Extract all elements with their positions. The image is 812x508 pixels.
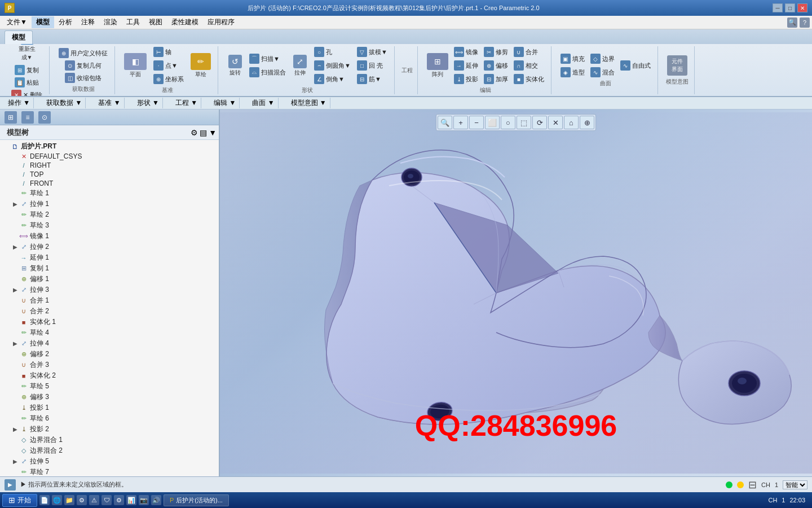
tree-settings-icon[interactable]: ⚙ xyxy=(191,128,198,137)
btn-freeform[interactable]: ∿混合 xyxy=(588,66,617,78)
tree-item[interactable]: →延伸 1 xyxy=(0,252,219,263)
action-getdata[interactable]: 获取数据 ▼ xyxy=(43,98,86,108)
tree-item[interactable]: ✏草绘 6 xyxy=(0,413,219,424)
btn-blend-bound[interactable]: ◇边界 xyxy=(588,52,617,65)
btn-hole[interactable]: ○孔 xyxy=(312,46,353,58)
tree-item[interactable]: ◇边界混合 2 xyxy=(0,445,219,456)
taskbar-icon-2[interactable]: 🌐 xyxy=(52,495,62,505)
restore-button[interactable]: □ xyxy=(785,3,795,12)
action-shape[interactable]: 形状 ▼ xyxy=(134,98,163,108)
btn-regenerate[interactable]: ⟳ 重新生 成▼ xyxy=(16,44,38,63)
btn-offset[interactable]: ⊕偏移 xyxy=(482,59,510,72)
tree-expand-btn[interactable]: ▶ xyxy=(11,287,19,293)
minimize-button[interactable]: ─ xyxy=(773,3,783,12)
taskbar-icon-5[interactable]: ⚠ xyxy=(89,495,99,505)
btn-mirror[interactable]: ⟺镜像 xyxy=(452,46,480,58)
btn-array[interactable]: ⊞ 阵列 xyxy=(425,52,451,80)
menu-flex[interactable]: 柔性建模 xyxy=(167,16,203,28)
btn-merge[interactable]: ∪合并 xyxy=(511,46,546,58)
action-modelintent[interactable]: 模型意图 ▼ xyxy=(288,98,330,108)
action-eng[interactable]: 工程 ▼ xyxy=(172,98,201,108)
btn-blend-sweep[interactable]: ⌓扫描混合 xyxy=(247,66,288,78)
taskbar-icon-8[interactable]: 📊 xyxy=(126,495,136,505)
btn-style[interactable]: ◈造型 xyxy=(558,66,587,78)
panel-icon-layers[interactable]: ≡ xyxy=(21,111,34,124)
vp-zoom-in[interactable]: 🔍 xyxy=(438,116,452,129)
tree-item[interactable]: ▶⤢拉伸 2 xyxy=(0,242,219,252)
tree-item[interactable]: ■实体化 1 xyxy=(0,317,219,327)
tree-item[interactable]: /FRONT xyxy=(0,179,219,188)
taskbar-icon-3[interactable]: 📁 xyxy=(64,495,74,505)
tree-item[interactable]: ∪合并 3 xyxy=(0,360,219,370)
tree-item[interactable]: ▶⤢拉伸 5 xyxy=(0,456,219,467)
close-button[interactable]: ✕ xyxy=(797,3,807,12)
3d-viewport[interactable]: 🔍 + − ⬜ ○ ⬚ ⟳ ✕ ⌂ ⊕ xyxy=(220,110,812,476)
tree-item[interactable]: ▶⤢拉伸 3 xyxy=(0,284,219,295)
tree-item[interactable]: ■实体化 2 xyxy=(0,370,219,381)
taskbar-icon-1[interactable]: 📄 xyxy=(39,495,50,505)
menu-model[interactable]: 模型 xyxy=(32,16,54,28)
tree-item[interactable]: ▶⤢拉伸 4 xyxy=(0,338,219,349)
btn-copy[interactable]: ⊞ 复制 xyxy=(12,64,41,76)
btn-sketch-datum[interactable]: ✏ 草绘 xyxy=(188,52,213,80)
tree-item[interactable]: ✏草绘 5 xyxy=(0,381,219,392)
panel-icon-tree[interactable]: ⊞ xyxy=(5,111,17,124)
btn-chamfer[interactable]: ∠倒角▼ xyxy=(312,73,353,85)
tree-item[interactable]: ✏草绘 2 xyxy=(0,209,219,220)
menu-apps[interactable]: 应用程序 xyxy=(203,16,239,28)
start-button[interactable]: ⊞ 开始 xyxy=(2,494,37,507)
btn-rib[interactable]: ⊟筋▼ xyxy=(355,73,390,85)
action-surface[interactable]: 曲面 ▼ xyxy=(249,98,278,108)
help-icon[interactable]: ? xyxy=(800,17,810,28)
btn-freestyle[interactable]: ∿自由式 xyxy=(618,59,653,72)
btn-delete[interactable]: ✕ ✕ 删除 xyxy=(9,89,45,96)
tab-model[interactable]: 模型 xyxy=(5,30,33,44)
taskbar-icon-6[interactable]: 🛡 xyxy=(102,495,112,505)
btn-round[interactable]: ⌢倒圆角▼ xyxy=(312,59,353,72)
tree-item[interactable]: ⊕偏移 3 xyxy=(0,392,219,402)
btn-shell[interactable]: □回 壳 xyxy=(355,59,390,72)
status-smart-select[interactable]: 智能 xyxy=(783,480,807,489)
btn-draft[interactable]: ▽拔模▼ xyxy=(355,46,390,58)
btn-udf[interactable]: ⊕ 用户定义特征 xyxy=(56,47,110,59)
vp-zoom-out[interactable]: − xyxy=(469,116,484,129)
vp-home[interactable]: ⌂ xyxy=(564,116,579,129)
tree-item[interactable]: 🗋后护片.PRT xyxy=(0,141,219,152)
vp-fit[interactable]: ⬜ xyxy=(485,116,500,129)
btn-fill[interactable]: ▣填充 xyxy=(558,52,587,65)
action-ops[interactable]: 操作 ▼ xyxy=(5,98,34,108)
btn-trim[interactable]: ✂修剪 xyxy=(482,46,510,58)
taskbar-icon-10[interactable]: 🔊 xyxy=(151,495,161,505)
btn-extend[interactable]: →延伸 xyxy=(452,59,480,72)
tree-item[interactable]: ✕DEFAULT_CSYS xyxy=(0,152,219,161)
btn-plane[interactable]: ◧ 平面 xyxy=(122,52,149,80)
tree-item[interactable]: ✏草绘 3 xyxy=(0,220,219,231)
taskbar-icon-4[interactable]: ⚙ xyxy=(77,495,87,505)
tree-expand-btn[interactable]: ▶ xyxy=(11,426,19,432)
menu-file[interactable]: 文件▼ xyxy=(2,16,32,28)
tree-item[interactable]: ▶⤢拉伸 1 xyxy=(0,199,219,209)
menu-render[interactable]: 渲染 xyxy=(99,16,122,28)
btn-extrude[interactable]: ⤢ 拉伸 xyxy=(290,54,310,78)
vp-frame[interactable]: ○ xyxy=(501,116,515,129)
taskbar-icon-7[interactable]: ⚙ xyxy=(114,495,124,505)
action-datum[interactable]: 基准 ▼ xyxy=(95,98,124,108)
tree-item[interactable]: ∪合并 1 xyxy=(0,295,219,306)
vp-zoom-in2[interactable]: + xyxy=(453,116,468,129)
tree-expand-btn[interactable]: ▶ xyxy=(11,244,19,250)
tree-expand-btn[interactable]: ▶ xyxy=(11,458,19,465)
tree-expand-btn[interactable]: ▶ xyxy=(11,340,19,347)
tree-expand-btn[interactable]: ▶ xyxy=(11,201,19,207)
btn-csys[interactable]: ⊕坐标系 xyxy=(151,73,186,85)
tree-item[interactable]: ✏草绘 1 xyxy=(0,188,219,199)
btn-revolve[interactable]: ↺ 旋转 xyxy=(225,54,245,78)
btn-copygeo[interactable]: ⊙ 复制几何 xyxy=(63,59,104,72)
tree-item[interactable]: ✏草绘 7 xyxy=(0,467,219,476)
menu-analysis[interactable]: 分析 xyxy=(54,16,77,28)
panel-icon-props[interactable]: ⊙ xyxy=(38,111,51,124)
btn-paste[interactable]: 📋 粘贴 xyxy=(12,76,41,89)
tree-expand-icon[interactable]: ▤ xyxy=(200,128,207,137)
btn-intersect[interactable]: ∩相交 xyxy=(511,59,546,72)
tree-container[interactable]: 🗋后护片.PRT ✕DEFAULT_CSYS /RIGHT /TOP /FRON… xyxy=(0,140,219,476)
vp-reset[interactable]: ⟳ xyxy=(532,116,547,129)
